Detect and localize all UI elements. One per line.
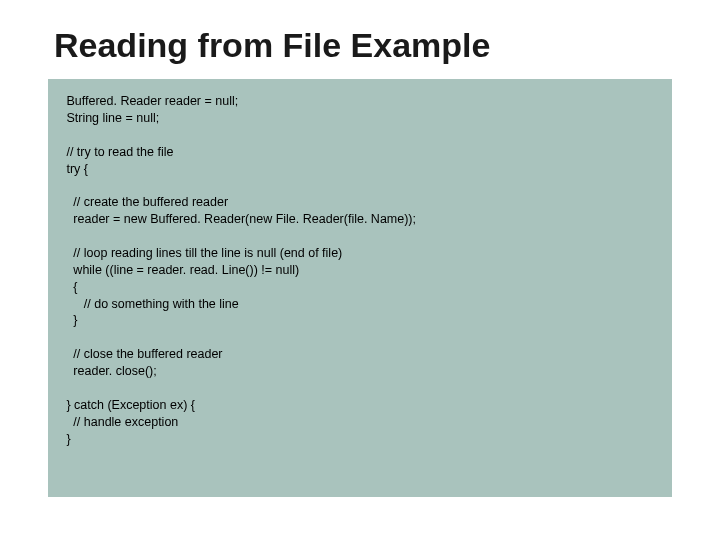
slide-title: Reading from File Example: [54, 26, 672, 65]
code-block: Buffered. Reader reader = null; String l…: [48, 79, 672, 497]
slide: Reading from File Example Buffered. Read…: [0, 0, 720, 540]
